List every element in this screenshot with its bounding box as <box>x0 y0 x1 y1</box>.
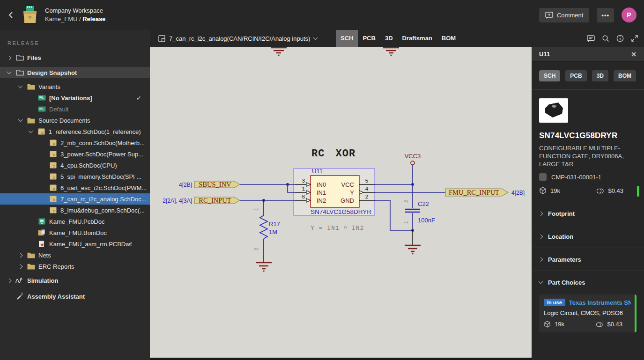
tab-pcb[interactable]: PCB <box>358 30 380 47</box>
chevron-right-icon[interactable] <box>18 253 23 257</box>
capacitor-c22[interactable]: 2 1 C22 100nF <box>403 200 435 224</box>
chevron-right-icon <box>539 211 543 216</box>
sidebar-item-1-reference[interactable]: 1_reference.SchDoc(1_reference) <box>0 126 150 137</box>
comment-label: Comment <box>557 12 583 19</box>
sidebar-item-pcbdwf[interactable]: Kame_FMU_asm_rm.PCBDwf <box>0 238 150 250</box>
sidebar-item-3-power[interactable]: 3_power.SchDoc(Power Sup... <box>0 148 150 160</box>
sidebar-item-7-can-rc-i2c-analog[interactable]: 7_can_rc_i2c_analog.SchDoc... <box>0 193 150 205</box>
in-use-badge: In use <box>544 299 565 306</box>
chevron-right-icon[interactable] <box>18 264 23 269</box>
sidebar-item-simulation[interactable]: Simulation <box>0 275 150 286</box>
comments-icon[interactable] <box>587 35 595 42</box>
chevron-down-icon[interactable] <box>18 118 23 122</box>
panel-title: U11 <box>539 51 550 58</box>
sidebar-item-variants[interactable]: Variants <box>0 81 150 92</box>
panel-tab-bom[interactable]: BOM <box>614 70 636 81</box>
chevron-right-icon[interactable] <box>7 55 12 60</box>
svg-text:4[2B]: 4[2B] <box>179 182 192 188</box>
back-button[interactable] <box>7 10 16 20</box>
avatar[interactable]: P <box>622 7 637 22</box>
chip-3d-icon <box>542 102 565 119</box>
schdoc-icon <box>49 150 57 158</box>
chevron-down-icon[interactable] <box>18 84 23 88</box>
close-icon[interactable]: ✕ <box>631 51 637 58</box>
fullscreen-icon[interactable] <box>631 35 638 42</box>
stock-count: 19k <box>550 187 560 194</box>
svg-text:RC_INPUT: RC_INPUT <box>199 197 231 204</box>
sidebar-item-source-documents[interactable]: Source Documents <box>0 115 150 126</box>
sidebar-item-default[interactable]: Default <box>0 103 150 115</box>
tab-3d[interactable]: 3D <box>380 30 398 47</box>
sidebar-item-erc-reports[interactable]: ERC Reports <box>0 261 150 272</box>
svg-text:2[2A], 4[3A]: 2[2A], 4[3A] <box>163 198 192 204</box>
component-designator: U11 <box>312 168 323 175</box>
component-u11[interactable]: U11 3 1 6 5 4 2 IN0 IN1 IN2 VCC Y GND SN… <box>294 168 375 215</box>
chevron-right-icon[interactable] <box>7 278 12 283</box>
document-title: 7_can_rc_i2c_analog(CAN/RCIN/I2C/Analog … <box>169 35 310 42</box>
section-part-choices[interactable]: Part Choices <box>532 271 644 294</box>
power-vcc3[interactable]: VCC3 <box>405 153 421 165</box>
variant-board-icon <box>37 94 46 102</box>
sidebar-item-files[interactable]: Files <box>0 52 150 63</box>
resistor-r17[interactable]: 1 2 R17 1M <box>253 200 280 271</box>
view-tabs: SCH PCB 3D Draftsman BOM <box>336 30 460 47</box>
svg-text:1: 1 <box>302 186 305 191</box>
svg-text:VCC3: VCC3 <box>405 153 421 160</box>
schematic-title: RC XOR <box>311 148 355 160</box>
schdoc-icon <box>49 184 57 191</box>
check-icon: ✓ <box>136 95 141 102</box>
price-icon <box>596 187 604 194</box>
section-location[interactable]: Location <box>532 225 644 248</box>
panel-tab-sch[interactable]: SCH <box>539 70 560 81</box>
part-choice-card[interactable]: In use Texas Instruments SN7... Logic Ci… <box>539 294 637 332</box>
sidebar-item-4-cpu[interactable]: 4_cpu.SchDoc(CPU) <box>0 160 150 171</box>
folder-icon <box>15 69 24 76</box>
sidebar-item-2-mb-conn[interactable]: 2_mb_conn.SchDoc(Motherb... <box>0 137 150 148</box>
svg-text:R17: R17 <box>269 220 280 228</box>
sheet-icon <box>158 35 165 42</box>
more-button[interactable]: ••• <box>597 8 614 22</box>
top-header: Company Workspace Kame_FMU / Release Com… <box>0 0 644 30</box>
comment-button[interactable]: Comment <box>539 8 589 22</box>
sidebar-item-6-uart-esc-i2c[interactable]: 6_uart_esc_i2c.SchDoc(PWM... <box>0 182 150 193</box>
folder-solid-icon <box>27 83 35 90</box>
sidebar-item-assembly-assistant[interactable]: Assembly Assistant <box>0 291 150 302</box>
info-icon[interactable] <box>616 35 624 42</box>
schdoc-icon <box>49 195 57 203</box>
document-selector[interactable]: 7_can_rc_i2c_analog(CAN/RCIN/I2C/Analog … <box>158 30 317 47</box>
folder-icon <box>15 54 24 61</box>
port-rc-input[interactable]: 2[2A], 4[3A] RC_INPUT <box>163 197 240 204</box>
component-inspector-panel: U11 ✕ SCH PCB 3D BOM SN74LVC1G58DRYR CON… <box>532 47 644 360</box>
part-description: CONFIGURABLE MULTIPLE-FUNCTION GATE, DRY… <box>539 144 635 168</box>
price-value: $0.43 <box>608 187 623 194</box>
svg-text:IN0: IN0 <box>317 181 326 188</box>
section-footprint[interactable]: Footprint <box>532 202 644 225</box>
release-section-label: RELEASE <box>7 40 150 46</box>
tab-draftsman[interactable]: Draftsman <box>398 30 437 47</box>
panel-tab-3d[interactable]: 3D <box>592 70 608 81</box>
schdoc-icon <box>49 139 57 147</box>
sidebar-item-pcbdoc[interactable]: Kame_FMU.PcbDoc <box>0 216 150 227</box>
chevron-down-icon[interactable] <box>29 129 33 133</box>
sidebar-item-8-imu-debug-conn[interactable]: 8_imu&debug_conn.SchDoc(... <box>0 205 150 216</box>
ground-symbol-partial <box>271 48 399 55</box>
tab-sch[interactable]: SCH <box>336 30 358 47</box>
vendor-link[interactable]: Texas Instruments SN7... <box>569 299 631 306</box>
sidebar-item-bomdoc[interactable]: Kame_FMU.BomDoc <box>0 227 150 238</box>
port-fmu-rc-input[interactable]: FMU_RC_INPUT 4[2B] <box>445 189 525 196</box>
tab-bom[interactable]: BOM <box>437 30 460 47</box>
chevron-down-icon[interactable] <box>7 70 12 74</box>
svg-text:2: 2 <box>403 200 409 203</box>
sidebar-item-nets[interactable]: Nets <box>0 250 150 261</box>
ground-symbol <box>256 263 272 271</box>
sidebar-item-design-snapshot[interactable]: Design Snapshot <box>0 67 150 78</box>
part-choice-description: Logic Circuit, CMOS, PDSO6 <box>544 309 631 316</box>
schematic-canvas[interactable]: RC XOR U11 3 1 6 5 4 2 IN0 IN1 IN2 VCC Y… <box>150 47 532 358</box>
panel-tab-pcb[interactable]: PCB <box>565 70 586 81</box>
section-parameters[interactable]: Parameters <box>532 248 644 271</box>
svg-text:100nF: 100nF <box>418 217 435 224</box>
search-icon[interactable] <box>602 35 609 42</box>
sidebar-item-5-spi-memory[interactable]: 5_spi_memory.SchDoc(SPI ... <box>0 171 150 182</box>
sidebar-item-no-variations[interactable]: [No Variations] ✓ <box>0 92 150 103</box>
port-sbus-inv[interactable]: 4[2B] SBUS_INV <box>179 181 240 188</box>
